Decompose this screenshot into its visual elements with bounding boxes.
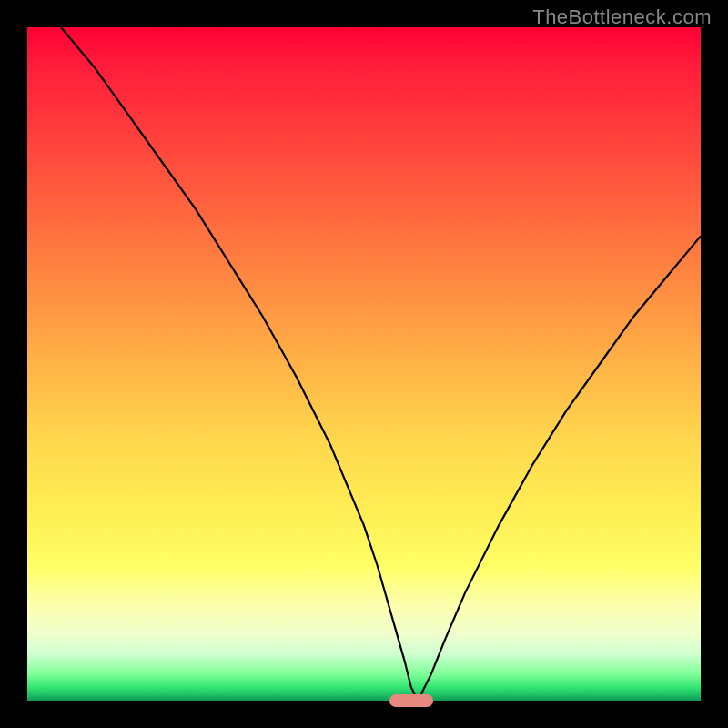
bottleneck-curve <box>27 27 701 701</box>
optimal-point-marker <box>389 694 433 707</box>
watermark-text: TheBottleneck.com <box>532 5 712 29</box>
